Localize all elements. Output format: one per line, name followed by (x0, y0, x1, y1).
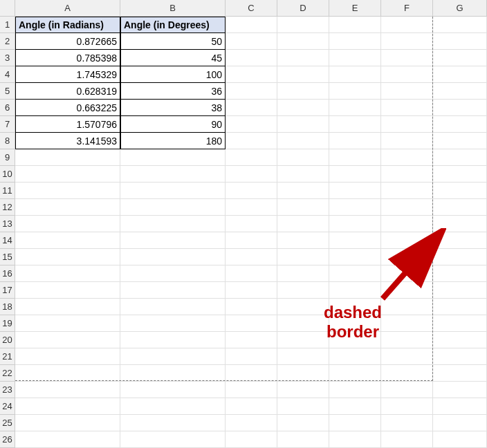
cell-E13[interactable] (329, 216, 381, 232)
cell-B26[interactable] (120, 431, 226, 448)
cell-D6[interactable] (277, 100, 329, 116)
cell-C10[interactable] (226, 166, 277, 183)
cell-D12[interactable] (277, 199, 329, 216)
row-header-10[interactable]: 10 (0, 166, 15, 183)
cell-G12[interactable] (433, 199, 487, 216)
cell-E7[interactable] (329, 116, 381, 133)
cell-D16[interactable] (277, 265, 329, 282)
cell-F21[interactable] (381, 348, 433, 365)
cell-G18[interactable] (433, 299, 487, 315)
cell-C5[interactable] (226, 83, 277, 100)
cell-F4[interactable] (381, 66, 433, 83)
cell-G21[interactable] (433, 348, 487, 365)
cell-E23[interactable] (329, 382, 381, 398)
cell-G19[interactable] (433, 315, 487, 332)
cell-B9[interactable] (120, 149, 226, 166)
cell-A9[interactable] (15, 149, 120, 166)
cell-B22[interactable] (120, 365, 226, 382)
cell-E1[interactable] (329, 17, 381, 33)
cell-C4[interactable] (226, 66, 277, 83)
cell-G16[interactable] (433, 265, 487, 282)
cell-G11[interactable] (433, 183, 487, 199)
cell-F2[interactable] (381, 33, 433, 50)
row-header-17[interactable]: 17 (0, 282, 15, 299)
row-header-20[interactable]: 20 (0, 332, 15, 348)
cell-D22[interactable] (277, 365, 329, 382)
cell-D4[interactable] (277, 66, 329, 83)
cell-D11[interactable] (277, 183, 329, 199)
cell-A13[interactable] (15, 216, 120, 232)
cell-C8[interactable] (226, 133, 277, 149)
cell-F8[interactable] (381, 133, 433, 149)
cell-D8[interactable] (277, 133, 329, 149)
cell-F17[interactable] (381, 282, 433, 299)
cell-D23[interactable] (277, 382, 329, 398)
row-header-1[interactable]: 1 (0, 17, 15, 33)
row-header-8[interactable]: 8 (0, 133, 15, 149)
cell-A23[interactable] (15, 382, 120, 398)
column-header-G[interactable]: G (433, 0, 487, 17)
column-header-E[interactable]: E (329, 0, 381, 17)
cell-G25[interactable] (433, 415, 487, 431)
cell-A6[interactable]: 0.663225 (15, 100, 120, 116)
cell-E24[interactable] (329, 398, 381, 415)
cell-D7[interactable] (277, 116, 329, 133)
cell-C17[interactable] (226, 282, 277, 299)
cell-G13[interactable] (433, 216, 487, 232)
row-header-12[interactable]: 12 (0, 199, 15, 216)
row-header-24[interactable]: 24 (0, 398, 15, 415)
cell-E4[interactable] (329, 66, 381, 83)
cell-B5[interactable]: 36 (120, 83, 226, 100)
cell-C3[interactable] (226, 50, 277, 66)
cell-E21[interactable] (329, 348, 381, 365)
cell-A10[interactable] (15, 166, 120, 183)
cell-C11[interactable] (226, 183, 277, 199)
cell-B11[interactable] (120, 183, 226, 199)
cell-E2[interactable] (329, 33, 381, 50)
cell-C22[interactable] (226, 365, 277, 382)
cell-A20[interactable] (15, 332, 120, 348)
cell-A7[interactable]: 1.570796 (15, 116, 120, 133)
column-header-C[interactable]: C (226, 0, 277, 17)
cell-E5[interactable] (329, 83, 381, 100)
cell-D17[interactable] (277, 282, 329, 299)
row-header-23[interactable]: 23 (0, 382, 15, 398)
cell-B14[interactable] (120, 232, 226, 249)
cell-C21[interactable] (226, 348, 277, 365)
cell-E25[interactable] (329, 415, 381, 431)
cell-C1[interactable] (226, 17, 277, 33)
cell-F5[interactable] (381, 83, 433, 100)
cell-B23[interactable] (120, 382, 226, 398)
row-header-15[interactable]: 15 (0, 249, 15, 265)
row-header-5[interactable]: 5 (0, 83, 15, 100)
cell-A21[interactable] (15, 348, 120, 365)
cell-D20[interactable] (277, 332, 329, 348)
cell-F23[interactable] (381, 382, 433, 398)
cell-G23[interactable] (433, 382, 487, 398)
cell-C23[interactable] (226, 382, 277, 398)
cell-F18[interactable] (381, 299, 433, 315)
cell-D10[interactable] (277, 166, 329, 183)
column-header-A[interactable]: A (15, 0, 120, 17)
cell-G8[interactable] (433, 133, 487, 149)
cell-A8[interactable]: 3.141593 (15, 133, 120, 149)
cell-G7[interactable] (433, 116, 487, 133)
cell-G4[interactable] (433, 66, 487, 83)
cell-C2[interactable] (226, 33, 277, 50)
cell-C24[interactable] (226, 398, 277, 415)
cell-B3[interactable]: 45 (120, 50, 226, 66)
cell-B25[interactable] (120, 415, 226, 431)
cell-F10[interactable] (381, 166, 433, 183)
cell-A17[interactable] (15, 282, 120, 299)
cell-A1[interactable]: Angle (in Radians) (15, 17, 120, 33)
cell-A4[interactable]: 1.745329 (15, 66, 120, 83)
cell-E9[interactable] (329, 149, 381, 166)
cell-A22[interactable] (15, 365, 120, 382)
cell-E12[interactable] (329, 199, 381, 216)
row-header-21[interactable]: 21 (0, 348, 15, 365)
cell-C13[interactable] (226, 216, 277, 232)
row-header-25[interactable]: 25 (0, 415, 15, 431)
cell-F1[interactable] (381, 17, 433, 33)
cell-D15[interactable] (277, 249, 329, 265)
cell-F14[interactable] (381, 232, 433, 249)
